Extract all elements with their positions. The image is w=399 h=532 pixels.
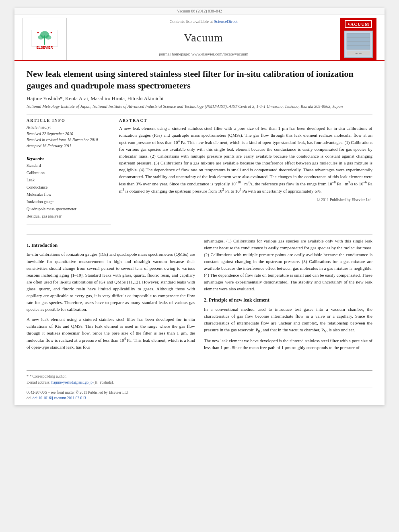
keyword-qms: Quadrupole mass spectrometer <box>27 205 111 213</box>
journal-title-header: Vacuum <box>184 31 223 44</box>
keyword-conductance: Conductance <box>27 184 111 191</box>
keyword-ionization-gauge: Ionization gauge <box>27 198 111 205</box>
top-info-bar: Vacuum 86 (2012) 838–842 <box>14 8 385 14</box>
sciencedirect-line: Contents lists available at ScienceDirec… <box>169 19 237 24</box>
section2-para1: In a conventional method used to introdu… <box>204 306 372 335</box>
section1-right-para: advantages. (1) Calibrations for various… <box>204 238 372 292</box>
body-section: 1. Introduction In-situ calibrations of … <box>27 238 372 355</box>
body-col-left: 1. Introduction In-situ calibrations of … <box>27 238 195 355</box>
received-revised-date: Received in revised form 18 November 201… <box>27 137 111 143</box>
article-history-block: Article history: Received 22 September 2… <box>27 125 111 149</box>
body-col-right: advantages. (1) Calibrations for various… <box>204 238 372 355</box>
abstract-label: ABSTRACT <box>119 118 372 123</box>
vacuum-badge: VACUUM <box>345 20 372 28</box>
article-affiliation: National Metrology Institute of Japan, N… <box>27 104 372 110</box>
divider-bottom-left <box>27 224 111 224</box>
vacuum-badge-area: VACUUM vacuum <box>340 18 376 60</box>
section2-para2: The new leak element we have developed i… <box>204 337 372 351</box>
divider-keywords <box>27 153 111 153</box>
section2-number: 2. <box>204 297 208 303</box>
keyword-leak: Leak <box>27 177 111 184</box>
article-footer: * * Corresponding author. E-mail address… <box>27 370 372 405</box>
email-link[interactable]: hajime-yoshida@aist.go.jp <box>51 380 93 384</box>
keyword-molecular-flow: Molecular flow <box>27 191 111 198</box>
abstract-col: ABSTRACT A new leak element using a sint… <box>119 118 372 228</box>
journal-header: ELSEVIER Contents lists available at Sci… <box>14 14 385 61</box>
elsevier-logo-svg: ELSEVIER <box>29 28 61 50</box>
section1-title: Introduction <box>31 242 58 248</box>
footer-email: E-mail address: hajime-yoshida@aist.go.j… <box>27 380 372 385</box>
article-page: Vacuum 86 (2012) 838–842 ELSEVIER <box>14 8 385 405</box>
section2-title: Principle of new leak element <box>209 297 269 303</box>
footer-corresponding: * * Corresponding author. <box>27 373 372 379</box>
section1-heading: 1. Introduction <box>27 242 195 249</box>
header-center: Contents lists available at ScienceDirec… <box>67 18 340 60</box>
elsevier-logo-area: ELSEVIER <box>23 18 67 60</box>
svg-point-6 <box>51 32 52 33</box>
keywords-title: Keywords: <box>27 156 111 161</box>
section1-para1: In-situ calibrations of ionization gauge… <box>27 251 195 312</box>
svg-point-4 <box>45 35 51 39</box>
section2-heading: 2. Principle of new leak element <box>204 296 372 304</box>
article-info-label: ARTICLE INFO <box>27 118 111 123</box>
article-content: New leak element using sintered stainles… <box>14 61 385 362</box>
divider-after-affiliation <box>27 115 372 115</box>
journal-homepage-line: journal homepage: www.elsevier.com/locat… <box>159 52 249 56</box>
keyword-calibration: Calibration <box>27 169 111 177</box>
received-date: Received 22 September 2010 <box>27 131 111 137</box>
divider-body <box>27 234 372 234</box>
svg-point-5 <box>37 32 39 33</box>
footer-doi: doi:doi:10.1016/j.vacuum.2011.02.013 <box>27 395 372 401</box>
section1-number: 1. <box>27 242 30 248</box>
sciencedirect-link[interactable]: ScienceDirect <box>214 19 238 24</box>
journal-cover-image: vacuum <box>345 31 372 57</box>
copyright-line: © 2011 Published by Elsevier Ltd. <box>119 197 372 202</box>
svg-text:ELSEVIER: ELSEVIER <box>37 46 53 49</box>
keywords-block: Keywords: Standard Calibration Leak Cond… <box>27 156 111 220</box>
section1-para2: A new leak element using a sintered stai… <box>27 316 195 351</box>
email-label: E-mail address: <box>27 380 51 384</box>
keyword-rga: Residual gas analyzer <box>27 213 111 220</box>
email-author: (H. Yoshida). <box>93 380 114 384</box>
keyword-standard: Standard <box>27 162 111 169</box>
doi-link[interactable]: doi:10.1016/j.vacuum.2011.02.013 <box>33 396 86 400</box>
abstract-text: A new leak element using a sintered stai… <box>119 125 372 194</box>
article-info-col: ARTICLE INFO Article history: Received 2… <box>27 118 111 228</box>
svg-text:vacuum: vacuum <box>355 52 362 55</box>
footer-issn: 0042-207X/$ – see front matter © 2011 Pu… <box>27 390 372 395</box>
article-authors: Hajime Yoshida*, Kenta Arai, Masahiro Hi… <box>27 95 372 102</box>
svg-point-3 <box>38 35 44 39</box>
journal-citation: Vacuum 86 (2012) 838–842 <box>177 9 222 13</box>
article-title: New leak element using sintered stainles… <box>27 68 372 91</box>
info-abstract-section: ARTICLE INFO Article history: Received 2… <box>27 118 372 228</box>
history-title: Article history: <box>27 125 111 129</box>
accepted-date: Accepted 16 February 2011 <box>27 143 111 149</box>
